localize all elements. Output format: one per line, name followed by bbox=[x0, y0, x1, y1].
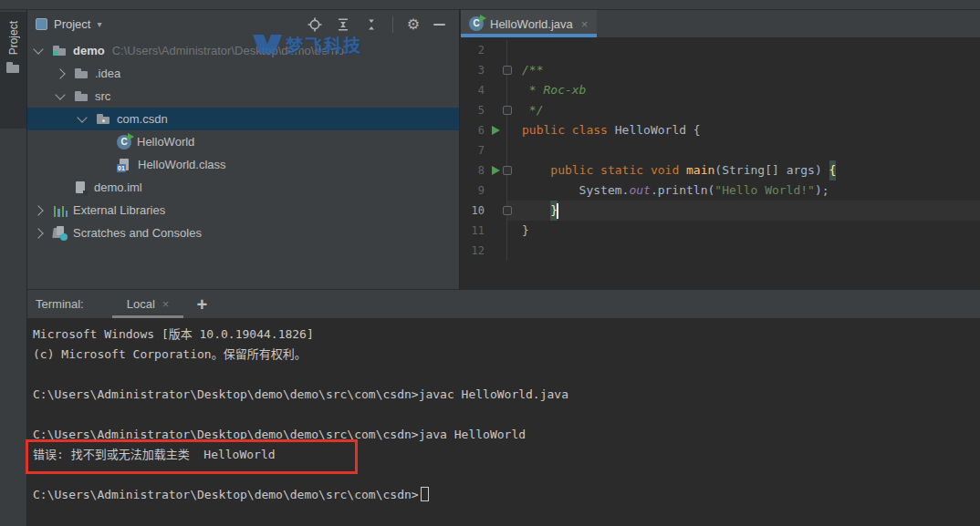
editor-line-11[interactable]: 11} bbox=[461, 221, 980, 241]
tree-item-demo[interactable]: demoC:\Users\Administrator\Desktop\demo\… bbox=[27, 39, 459, 62]
tree-item-helloworld-class[interactable]: 01HelloWorld.class bbox=[27, 153, 459, 176]
project-panel-header: Project ▾ ⚙ bbox=[27, 10, 459, 38]
code-text bbox=[522, 140, 980, 160]
toolbar-separator bbox=[392, 16, 393, 33]
editor-line-5[interactable]: 5 */ bbox=[461, 100, 980, 120]
tree-item-label: src bbox=[95, 89, 110, 103]
tree-item-label: com.csdn bbox=[117, 112, 168, 126]
settings-icon[interactable]: ⚙ bbox=[407, 17, 420, 32]
terminal-text: C:\Users\Administrator\Desktop\demo\demo… bbox=[33, 488, 419, 501]
tree-item-external-libraries[interactable]: External Libraries bbox=[27, 199, 459, 222]
java-class-icon: C bbox=[469, 16, 484, 31]
project-header-toolbar: ⚙ bbox=[308, 16, 459, 33]
tree-item-demo-iml[interactable]: demo.iml bbox=[27, 176, 459, 199]
chevron-expanded-icon[interactable] bbox=[55, 89, 65, 99]
terminal-caret bbox=[421, 487, 429, 501]
terminal-line bbox=[33, 465, 980, 485]
code-text: */ bbox=[522, 100, 980, 120]
line-number: 12 bbox=[461, 244, 485, 257]
editor-caret bbox=[557, 203, 558, 219]
code-text: System.out.println("Hello World!"); bbox=[522, 180, 980, 201]
chevron-expanded-icon[interactable] bbox=[77, 112, 87, 122]
tree-item-src[interactable]: src bbox=[27, 85, 459, 108]
terminal-text: Microsoft Windows [版本 10.0.19044.1826] bbox=[33, 327, 314, 341]
terminal-header: Terminal: Local × + bbox=[27, 290, 980, 318]
terminal-text: (c) Microsoft Corporation。保留所有权利。 bbox=[33, 347, 307, 361]
fold-icon[interactable] bbox=[503, 166, 512, 175]
fold-icon[interactable] bbox=[503, 106, 512, 115]
editor-line-9[interactable]: 9 System.out.println("Hello World!"); bbox=[461, 180, 980, 201]
collapse-all-icon[interactable] bbox=[364, 17, 379, 32]
editor-tab-bar: C HelloWorld.java × bbox=[461, 10, 980, 37]
code-text: } bbox=[522, 221, 980, 241]
new-terminal-session-icon[interactable]: + bbox=[196, 295, 207, 314]
external-libraries-icon bbox=[52, 203, 68, 218]
tree-item-label: HelloWorld bbox=[137, 135, 194, 149]
project-view-icon bbox=[36, 18, 47, 30]
chevron-collapsed-icon[interactable] bbox=[33, 205, 43, 215]
terminal-output[interactable]: Microsoft Windows [版本 10.0.19044.1826](c… bbox=[27, 319, 980, 526]
terminal-text: 错误: 找不到或无法加载主类 HelloWorld bbox=[33, 448, 276, 461]
fold-icon[interactable] bbox=[503, 206, 512, 215]
project-toolwindow-button[interactable]: Project bbox=[0, 12, 26, 129]
code-area[interactable]: 23/**4 * Roc-xb5 */6public class HelloWo… bbox=[461, 37, 980, 289]
code-text: } bbox=[522, 201, 980, 221]
hide-panel-icon[interactable] bbox=[433, 24, 445, 26]
terminal-line: (c) Microsoft Corporation。保留所有权利。 bbox=[33, 345, 980, 365]
chevron-expanded-icon[interactable] bbox=[33, 44, 43, 54]
expand-all-icon[interactable] bbox=[336, 17, 350, 32]
close-terminal-tab-icon[interactable]: × bbox=[162, 297, 170, 311]
editor-line-7[interactable]: 7 bbox=[461, 140, 980, 160]
chevron-collapsed-icon[interactable] bbox=[33, 228, 43, 238]
select-opened-file-icon[interactable] bbox=[308, 17, 322, 32]
tree-item--idea[interactable]: .idea bbox=[27, 62, 459, 85]
editor-line-4[interactable]: 4 * Roc-xb bbox=[461, 80, 980, 100]
line-number: 5 bbox=[461, 104, 485, 117]
run-icon[interactable] bbox=[492, 126, 500, 135]
close-tab-icon[interactable]: × bbox=[581, 17, 589, 31]
fold-icon[interactable] bbox=[503, 66, 512, 75]
code-text: public class HelloWorld { bbox=[522, 120, 980, 140]
code-text: /** bbox=[522, 60, 980, 80]
folder-icon bbox=[74, 67, 89, 81]
tree-item-label: External Libraries bbox=[73, 203, 165, 217]
terminal-line: C:\Users\Administrator\Desktop\demo\demo… bbox=[33, 485, 980, 505]
terminal-tab-local[interactable]: Local × bbox=[125, 290, 172, 318]
chevron-down-icon[interactable]: ▾ bbox=[97, 19, 101, 29]
tree-item-label: .idea bbox=[95, 67, 120, 80]
tree-item-label: demo bbox=[73, 44, 105, 57]
run-icon[interactable] bbox=[492, 166, 500, 175]
class-file-icon: 01 bbox=[117, 158, 132, 172]
tree-item-helloworld[interactable]: CHelloWorld bbox=[27, 130, 459, 153]
line-number: 4 bbox=[461, 84, 485, 97]
tree-item-path: C:\Users\Administrator\Desktop\demo\demo bbox=[112, 44, 344, 57]
editor-line-2[interactable]: 2 bbox=[461, 40, 980, 60]
tree-item-scratches-and-consoles[interactable]: Scratches and Consoles bbox=[27, 222, 459, 244]
terminal-text: C:\Users\Administrator\Desktop\demo\demo… bbox=[33, 387, 568, 401]
line-number: 10 bbox=[461, 204, 485, 217]
editor-line-8[interactable]: 8 public static void main(String[] args)… bbox=[461, 160, 980, 180]
editor-line-3[interactable]: 3/** bbox=[461, 60, 980, 80]
project-view-title[interactable]: Project bbox=[54, 17, 90, 31]
line-number: 3 bbox=[461, 64, 485, 77]
left-tool-stripe: Project bbox=[0, 10, 27, 526]
line-number: 2 bbox=[461, 44, 485, 57]
chevron-collapsed-icon[interactable] bbox=[55, 68, 65, 78]
editor-line-6[interactable]: 6public class HelloWorld { bbox=[461, 120, 980, 140]
code-text bbox=[522, 241, 980, 261]
java-class-icon: C bbox=[117, 135, 131, 150]
tree-item-label: demo.iml bbox=[94, 180, 142, 194]
terminal-line bbox=[33, 365, 980, 385]
terminal-line: 错误: 找不到或无法加载主类 HelloWorld bbox=[33, 445, 980, 465]
project-toolwindow-label: Project bbox=[7, 21, 20, 55]
line-number: 8 bbox=[461, 164, 485, 177]
iml-file-icon bbox=[73, 180, 89, 195]
terminal-tab-label: Local bbox=[127, 297, 155, 311]
editor-line-10[interactable]: 10 } bbox=[461, 201, 980, 221]
editor-line-12[interactable]: 12 bbox=[461, 241, 980, 261]
top-toolbar-strip bbox=[0, 0, 980, 10]
terminal-line bbox=[33, 405, 980, 425]
code-text bbox=[522, 40, 980, 60]
editor-tab-helloworld[interactable]: C HelloWorld.java × bbox=[461, 10, 597, 37]
tree-item-com-csdn[interactable]: com.csdn bbox=[27, 108, 459, 130]
